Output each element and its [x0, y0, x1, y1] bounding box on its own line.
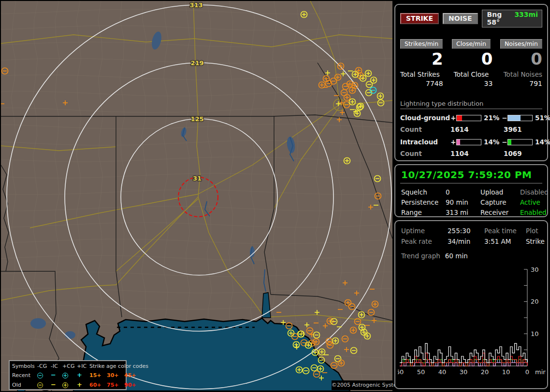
receiver-label: Receiver [480, 209, 520, 216]
noise-button[interactable]: NOISE [443, 13, 478, 24]
upload-status: Disabled [520, 188, 549, 196]
capture-label: Capture [480, 198, 520, 206]
svg-text:50: 50 [417, 368, 425, 376]
strike-button[interactable]: STRIKE [400, 13, 439, 24]
trend-panel: Uptime 255:30 Peak time Plot Peak rate 3… [394, 220, 548, 389]
squelch-label: Squelch [401, 188, 446, 196]
minus-icon: − [51, 380, 62, 390]
range-label: Range [401, 209, 446, 216]
cg-neg-bar [507, 115, 533, 121]
ic-pos-count: 1104 [450, 150, 504, 157]
copyright-text: ©2005 Astrogenic Systems [332, 380, 392, 390]
bearing-label: Bng 58° [487, 11, 515, 26]
ring-distance-label: 313 [189, 1, 203, 9]
total-close-label: Total Close [450, 70, 493, 78]
cloud-ground-count-row: Count 1614 3961 [400, 126, 542, 133]
lightning-map[interactable]: 31125219313 [1, 1, 392, 391]
legend-neg-cg-label: -CG [37, 362, 51, 370]
trend-graph-chart: 1020306050403020100min [398, 266, 546, 386]
circle-minus-icon: − [37, 371, 51, 379]
plus-icon: + [77, 370, 89, 380]
intracloud-count-row: Count 1104 1069 [400, 150, 542, 157]
cloud-ground-label: Cloud-ground [400, 114, 450, 122]
count-label: Count [400, 126, 450, 133]
legend-header-row: Symbols -CG -IC +CG +IC Strike age color… [12, 362, 123, 370]
circle-plus-icon: + [62, 381, 77, 389]
peak-time-label: Peak time [484, 227, 526, 235]
age-code-label: 30+ [107, 371, 124, 379]
bearing-indicator: Bng 58° 333mi [482, 10, 542, 28]
plus-icon: + [77, 380, 89, 390]
legend-row-label: Recent [12, 371, 37, 379]
uptime-value: 255:30 [448, 227, 484, 235]
ring-distance-label: 31 [193, 175, 202, 182]
age-code-label: 45+ [124, 371, 140, 379]
cg-pos-bar [456, 115, 481, 121]
total-noises-label: Total Noises [499, 70, 542, 78]
peak-rate-value: 34/min [448, 238, 484, 245]
range-value: 313 mi [446, 209, 480, 216]
minus-sign: − [502, 138, 507, 146]
total-strikes-value: 7748 [400, 80, 443, 87]
status-panel: 10/27/2025 7:59:20 PM Squelch 0 Upload D… [394, 164, 548, 217]
plot-label: Plot [526, 227, 545, 235]
strikes-per-min-value: 2 [400, 50, 443, 69]
age-code-label: 60+ [89, 381, 107, 389]
intracloud-row: Intracloud + 14% − 14% [400, 138, 542, 146]
cg-neg-count: 3961 [504, 126, 542, 133]
persistence-value: 90 min [446, 198, 480, 206]
total-noises-value: 791 [499, 80, 542, 87]
total-strikes-label: Total Strikes [400, 70, 443, 78]
distribution-title: Lightning type distribution [400, 100, 542, 109]
strikes-per-min-button[interactable]: Strikes/min [400, 39, 443, 49]
minus-icon: − [51, 370, 62, 380]
svg-text:30: 30 [531, 266, 539, 273]
ic-neg-count: 1069 [504, 150, 542, 157]
map-legend: Symbols -CG -IC +CG +IC Strike age color… [9, 360, 127, 390]
ring-distance-label: 125 [190, 115, 203, 123]
stats-panel: STRIKE NOISE Bng 58° 333mi Strikes/min 2… [394, 4, 548, 161]
svg-text:10: 10 [531, 330, 539, 337]
trend-graph-window: 60 min [445, 252, 468, 260]
plus-sign: + [450, 114, 456, 122]
svg-text:0: 0 [525, 368, 529, 376]
count-label: Count [400, 150, 450, 157]
age-code-label: 75+ [107, 381, 124, 389]
bearing-range: 333mi [514, 11, 538, 26]
circle-plus-icon: + [62, 371, 77, 379]
cloud-ground-row: Cloud-ground + 21% − 51% [400, 114, 542, 122]
legend-row: Recent−−++15+30+45+ [12, 370, 123, 380]
strikes-rate-column: Strikes/min 2 Total Strikes 7748 [400, 39, 443, 87]
cg-neg-pct: 51% [533, 114, 550, 122]
cg-pos-pct: 21% [481, 114, 502, 122]
svg-text:min: min [535, 368, 546, 376]
legend-neg-ic-label: -IC [51, 362, 62, 370]
noises-per-min-button[interactable]: Noises/min [500, 39, 542, 49]
capture-status: Active [520, 198, 549, 206]
minus-sign: − [502, 114, 507, 122]
ic-pos-bar [456, 139, 481, 145]
total-close-value: 33 [450, 80, 493, 87]
upload-label: Upload [480, 188, 520, 196]
noises-per-min-value: 0 [499, 50, 542, 69]
legend-pos-cg-label: +CG [62, 362, 77, 370]
legend-symbols-label: Symbols [12, 362, 37, 370]
peak-rate-label: Peak rate [401, 238, 448, 245]
svg-text:20: 20 [531, 298, 539, 305]
ic-neg-pct: 14% [533, 138, 550, 146]
age-code-label: 15+ [89, 371, 107, 379]
receiver-status: Enabled [520, 209, 549, 216]
plot-value: Strike [526, 238, 545, 245]
svg-text:20: 20 [481, 368, 489, 376]
app-window: 31125219313 Symbols -CG -IC +CG +IC Stri… [0, 0, 550, 392]
map-canvas[interactable]: 31125219313 Symbols -CG -IC +CG +IC Stri… [1, 1, 392, 391]
peak-time-value: 3:51 AM [484, 238, 526, 245]
ic-pos-pct: 14% [481, 138, 502, 146]
ring-distance-label: 219 [190, 59, 203, 67]
datetime-display: 10/27/2025 7:59:20 PM [400, 168, 542, 183]
circle-minus-icon: − [37, 381, 51, 389]
close-per-min-button[interactable]: Close/min [452, 39, 491, 49]
close-per-min-value: 0 [450, 50, 493, 69]
svg-text:30: 30 [460, 368, 468, 376]
persistence-label: Persistence [401, 198, 446, 206]
